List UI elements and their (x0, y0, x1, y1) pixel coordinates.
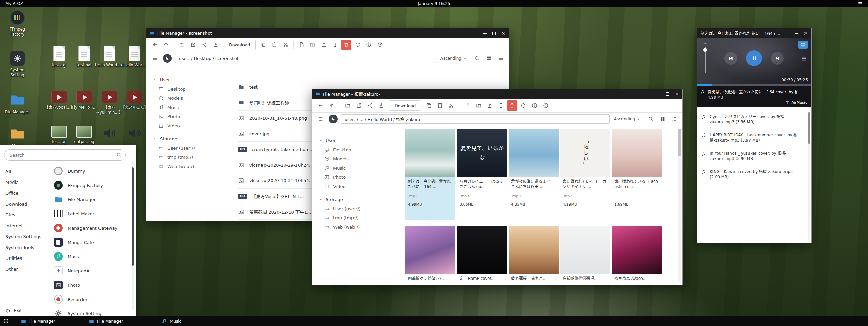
upload-button[interactable] (319, 40, 329, 50)
category-office[interactable]: Office (0, 188, 53, 198)
previous-button[interactable] (724, 52, 737, 65)
taskbar-item-music[interactable]: Music (162, 316, 181, 326)
list-toggle-button[interactable] (150, 53, 160, 63)
app-item-music[interactable]: Music (54, 249, 132, 264)
playlist-item[interactable]: KING _ Kanaria cover. by 柘榴-zakuro-.mp3 … (697, 166, 811, 185)
refresh-button[interactable] (352, 40, 363, 50)
desktop-icon-system-setting[interactable]: System Setting (2, 51, 33, 78)
copy-button[interactable] (424, 100, 434, 111)
sidebar-item-music[interactable]: Music (319, 164, 399, 173)
sidebar-item-video[interactable]: Video (153, 121, 233, 130)
app-item-photo[interactable]: Photo (54, 278, 132, 292)
new-folder-button[interactable] (308, 40, 318, 50)
sidebar-item-tmp-drive[interactable]: tmp (tmp:/) (153, 153, 233, 162)
next-button[interactable] (771, 52, 784, 65)
desktop-file[interactable] (119, 126, 150, 143)
category-system-tools[interactable]: System Tools (0, 242, 53, 253)
list-view-button[interactable] (496, 54, 505, 63)
new-folder-button[interactable] (473, 100, 484, 111)
player-menu-button[interactable] (801, 56, 807, 62)
open-button[interactable] (177, 40, 187, 50)
properties-button[interactable] (364, 40, 374, 50)
brand-label[interactable]: My ArOZ (5, 1, 23, 6)
app-item-file-manager[interactable]: File Manager (54, 192, 132, 207)
close-button[interactable] (501, 31, 505, 35)
sidebar-section-storage[interactable]: Storage (319, 195, 399, 204)
app-item-recorder[interactable]: Recorder (54, 292, 132, 306)
up-button[interactable] (327, 100, 337, 111)
app-item-ffmpeg-factory[interactable]: FFmpeg Factory (54, 178, 132, 192)
file-tile[interactable]: 君が夜の海に還るまで _ こんにちは谷田 ... .mp3 4.35MB (509, 129, 559, 220)
app-item-label-maker[interactable]: Label Maker (54, 207, 132, 221)
upload-button[interactable] (485, 100, 495, 111)
refresh-button[interactable] (518, 100, 528, 111)
window-titlebar[interactable]: File Manager - 柘榴-zakuro- (312, 89, 682, 99)
download-button[interactable]: Download (389, 100, 421, 111)
playlist-scrollbar[interactable] (808, 112, 810, 241)
download-button[interactable]: Download (223, 40, 256, 50)
sidebar-item-photo[interactable]: Photo (319, 173, 399, 182)
list-toggle-button[interactable] (315, 114, 326, 124)
properties-button[interactable] (529, 100, 540, 111)
sort-dropdown[interactable]: Ascending (440, 56, 467, 61)
rename-button[interactable] (496, 100, 506, 111)
desktop-file[interactable]: 【恋スル...た】 (119, 91, 150, 110)
grid-view-button[interactable] (658, 115, 667, 123)
open-button[interactable] (343, 100, 353, 111)
playlist-item[interactable]: Cynic _ ポリスピカデリー cover. by 柘榴-zakuro-.mp… (697, 111, 811, 130)
playlist-item[interactable]: HAPPY BIRTHDAY _ back number cover. by 柘… (697, 130, 811, 148)
dark-mode-button[interactable] (163, 54, 172, 63)
airmusic-toggle[interactable]: AirMusic (697, 100, 811, 105)
exit-button[interactable]: Exit (5, 308, 22, 313)
playlist-item[interactable]: In Your Hands _ yusukeP cover. by 柘榴-zak… (697, 148, 811, 166)
list-view-button[interactable] (670, 115, 679, 123)
category-utilities[interactable]: Utilities (0, 253, 53, 264)
rename-button[interactable] (330, 40, 340, 50)
open-in-new-window-button[interactable] (188, 40, 198, 50)
sidebar-item-models[interactable]: Models (319, 154, 399, 164)
file-tile[interactable]: 忘却感傷代償選択... (560, 226, 610, 285)
sidebar-section-storage[interactable]: Storage (153, 134, 233, 143)
grid-scrollbar[interactable] (678, 129, 681, 282)
progress-bar[interactable] (697, 84, 811, 86)
category-files[interactable]: Files (0, 209, 53, 220)
start-menu-scrollbar[interactable] (132, 161, 134, 310)
back-button[interactable] (150, 40, 160, 50)
minimize-button[interactable] (795, 33, 798, 34)
desktop-icon-ffmpeg-factory[interactable]: FFmpeg Factory (2, 10, 33, 37)
pause-button[interactable] (746, 50, 762, 66)
file-tile[interactable]: 四季折々に揺蕩いて... (405, 226, 455, 285)
window-titlebar[interactable]: File Manager - screenshot (146, 28, 509, 38)
trash-button[interactable] (507, 100, 517, 111)
new-file-button[interactable] (296, 40, 307, 50)
search-input[interactable] (4, 149, 126, 161)
paste-button[interactable] (269, 40, 279, 50)
search-button[interactable] (646, 115, 655, 123)
help-button[interactable] (541, 100, 551, 111)
sidebar-item-music[interactable]: Music (153, 103, 233, 112)
copy-button[interactable] (258, 40, 268, 50)
taskbar-item-file-manager[interactable]: File Manager (89, 316, 123, 326)
share-button[interactable] (199, 40, 210, 50)
category-all[interactable]: All (0, 166, 53, 177)
sidebar-item-models[interactable]: Models (153, 94, 233, 103)
file-tile[interactable]: 命に嫌われている + acoustic co... 1.69MB (612, 129, 662, 220)
file-tile[interactable]: 妄 _ HamP cover... (457, 226, 507, 285)
maximize-button[interactable] (666, 92, 669, 96)
sidebar-item-web-drive[interactable]: Web (web:/) (319, 223, 399, 232)
file-tile[interactable]: 「寂しい」 命に嫌われている + _ カンザキイオリ ... .mp3 4.19… (560, 129, 610, 220)
sidebar-item-user-drive[interactable]: User (user:/) (153, 143, 233, 153)
file-tile[interactable]: 夏を見て、いるかな 八月のレイニー _ はるまきごはん co... .mp3 3… (457, 129, 507, 220)
sidebar-item-user-drive[interactable]: User (user:/) (319, 204, 399, 213)
trash-button[interactable] (341, 40, 351, 50)
dark-mode-button[interactable] (329, 115, 338, 123)
paste-button[interactable] (435, 100, 445, 111)
sidebar-item-tmp-drive[interactable]: tmp (tmp:/) (319, 213, 399, 223)
top-menu-icon[interactable] (858, 1, 863, 6)
minimize-button[interactable] (657, 94, 661, 94)
cut-button[interactable] (281, 40, 291, 50)
sort-dropdown[interactable]: Ascending (614, 117, 640, 121)
desktop-file[interactable]: Hello Wor... (119, 46, 150, 68)
up-button[interactable] (161, 40, 171, 50)
app-item-manga-cafe[interactable]: Manga Cafe (54, 235, 132, 249)
